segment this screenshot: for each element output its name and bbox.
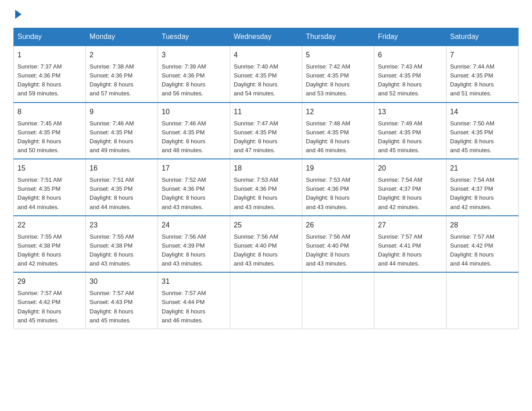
day-number: 5 xyxy=(306,50,370,60)
day-number: 3 xyxy=(162,50,226,60)
calendar-cell: 3Sunrise: 7:39 AMSunset: 4:36 PMDaylight… xyxy=(158,46,230,103)
calendar-cell: 27Sunrise: 7:57 AMSunset: 4:41 PMDayligh… xyxy=(374,216,446,273)
calendar-cell: 4Sunrise: 7:40 AMSunset: 4:35 PMDaylight… xyxy=(230,46,302,103)
day-info: Sunrise: 7:57 AMSunset: 4:42 PMDaylight:… xyxy=(17,289,82,325)
calendar-cell: 30Sunrise: 7:57 AMSunset: 4:43 PMDayligh… xyxy=(86,272,158,329)
calendar-week-3: 15Sunrise: 7:51 AMSunset: 4:35 PMDayligh… xyxy=(14,159,519,216)
day-info: Sunrise: 7:43 AMSunset: 4:35 PMDaylight:… xyxy=(378,62,442,98)
calendar-cell xyxy=(374,272,446,329)
calendar-week-4: 22Sunrise: 7:55 AMSunset: 4:38 PMDayligh… xyxy=(14,216,519,273)
calendar-cell: 24Sunrise: 7:56 AMSunset: 4:39 PMDayligh… xyxy=(158,216,230,273)
calendar-week-5: 29Sunrise: 7:57 AMSunset: 4:42 PMDayligh… xyxy=(14,272,519,329)
calendar-cell: 15Sunrise: 7:51 AMSunset: 4:35 PMDayligh… xyxy=(14,159,86,216)
calendar-cell xyxy=(230,272,302,329)
day-number: 13 xyxy=(378,107,442,117)
day-info: Sunrise: 7:57 AMSunset: 4:41 PMDaylight:… xyxy=(378,232,442,269)
day-number: 4 xyxy=(234,50,298,60)
calendar-cell: 19Sunrise: 7:53 AMSunset: 4:36 PMDayligh… xyxy=(302,159,374,216)
day-number: 8 xyxy=(17,107,82,117)
calendar-cell: 11Sunrise: 7:47 AMSunset: 4:35 PMDayligh… xyxy=(230,103,302,159)
calendar-cell: 26Sunrise: 7:56 AMSunset: 4:40 PMDayligh… xyxy=(302,216,374,273)
day-number: 29 xyxy=(17,276,82,287)
day-number: 20 xyxy=(378,163,442,174)
day-info: Sunrise: 7:56 AMSunset: 4:40 PMDaylight:… xyxy=(234,232,298,269)
day-info: Sunrise: 7:56 AMSunset: 4:39 PMDaylight:… xyxy=(162,232,226,269)
calendar-cell: 13Sunrise: 7:49 AMSunset: 4:35 PMDayligh… xyxy=(374,103,446,159)
day-number: 1 xyxy=(17,50,82,60)
day-info: Sunrise: 7:39 AMSunset: 4:36 PMDaylight:… xyxy=(162,62,226,98)
day-info: Sunrise: 7:51 AMSunset: 4:35 PMDaylight:… xyxy=(17,176,82,212)
day-info: Sunrise: 7:55 AMSunset: 4:38 PMDaylight:… xyxy=(17,232,82,269)
day-info: Sunrise: 7:44 AMSunset: 4:35 PMDaylight:… xyxy=(450,62,515,98)
day-number: 15 xyxy=(17,163,82,174)
day-info: Sunrise: 7:55 AMSunset: 4:38 PMDaylight:… xyxy=(90,232,154,269)
day-number: 30 xyxy=(90,276,154,287)
day-number: 19 xyxy=(306,163,370,174)
calendar-cell: 18Sunrise: 7:53 AMSunset: 4:36 PMDayligh… xyxy=(230,159,302,216)
calendar-cell: 1Sunrise: 7:37 AMSunset: 4:36 PMDaylight… xyxy=(14,46,86,103)
calendar-cell: 7Sunrise: 7:44 AMSunset: 4:35 PMDaylight… xyxy=(446,46,519,103)
calendar-header-row: SundayMondayTuesdayWednesdayThursdayFrid… xyxy=(14,28,519,46)
day-info: Sunrise: 7:46 AMSunset: 4:35 PMDaylight:… xyxy=(162,119,226,155)
day-info: Sunrise: 7:48 AMSunset: 4:35 PMDaylight:… xyxy=(306,119,370,155)
day-number: 16 xyxy=(90,163,154,174)
day-number: 10 xyxy=(162,107,226,117)
calendar-cell: 31Sunrise: 7:57 AMSunset: 4:44 PMDayligh… xyxy=(158,272,230,329)
day-number: 24 xyxy=(162,220,226,231)
column-header-saturday: Saturday xyxy=(446,28,519,46)
day-info: Sunrise: 7:54 AMSunset: 4:37 PMDaylight:… xyxy=(450,176,515,212)
day-info: Sunrise: 7:37 AMSunset: 4:36 PMDaylight:… xyxy=(17,62,82,98)
day-info: Sunrise: 7:52 AMSunset: 4:36 PMDaylight:… xyxy=(162,176,226,212)
day-info: Sunrise: 7:50 AMSunset: 4:35 PMDaylight:… xyxy=(450,119,515,155)
calendar-cell: 25Sunrise: 7:56 AMSunset: 4:40 PMDayligh… xyxy=(230,216,302,273)
day-info: Sunrise: 7:38 AMSunset: 4:36 PMDaylight:… xyxy=(90,62,154,98)
day-info: Sunrise: 7:53 AMSunset: 4:36 PMDaylight:… xyxy=(234,176,298,212)
calendar-cell: 28Sunrise: 7:57 AMSunset: 4:42 PMDayligh… xyxy=(446,216,519,273)
day-info: Sunrise: 7:54 AMSunset: 4:37 PMDaylight:… xyxy=(378,176,442,212)
day-number: 2 xyxy=(90,50,154,60)
calendar-cell: 6Sunrise: 7:43 AMSunset: 4:35 PMDaylight… xyxy=(374,46,446,103)
day-info: Sunrise: 7:56 AMSunset: 4:40 PMDaylight:… xyxy=(306,232,370,269)
calendar-cell: 29Sunrise: 7:57 AMSunset: 4:42 PMDayligh… xyxy=(14,272,86,329)
day-info: Sunrise: 7:42 AMSunset: 4:35 PMDaylight:… xyxy=(306,62,370,98)
column-header-sunday: Sunday xyxy=(14,28,86,46)
day-info: Sunrise: 7:46 AMSunset: 4:35 PMDaylight:… xyxy=(90,119,154,155)
day-number: 9 xyxy=(90,107,154,117)
day-number: 7 xyxy=(450,50,515,60)
day-number: 28 xyxy=(450,220,515,231)
calendar-cell: 20Sunrise: 7:54 AMSunset: 4:37 PMDayligh… xyxy=(374,159,446,216)
day-number: 14 xyxy=(450,107,515,117)
day-info: Sunrise: 7:57 AMSunset: 4:42 PMDaylight:… xyxy=(450,232,515,269)
day-number: 31 xyxy=(162,276,226,287)
calendar-cell: 9Sunrise: 7:46 AMSunset: 4:35 PMDaylight… xyxy=(86,103,158,159)
calendar-cell: 23Sunrise: 7:55 AMSunset: 4:38 PMDayligh… xyxy=(86,216,158,273)
day-number: 21 xyxy=(450,163,515,174)
calendar-cell: 12Sunrise: 7:48 AMSunset: 4:35 PMDayligh… xyxy=(302,103,374,159)
day-number: 25 xyxy=(234,220,298,231)
calendar-week-1: 1Sunrise: 7:37 AMSunset: 4:36 PMDaylight… xyxy=(14,46,519,103)
day-number: 11 xyxy=(234,107,298,117)
page-header xyxy=(13,9,519,19)
day-info: Sunrise: 7:57 AMSunset: 4:44 PMDaylight:… xyxy=(162,289,226,325)
day-number: 27 xyxy=(378,220,442,231)
calendar-cell xyxy=(446,272,519,329)
calendar-cell: 5Sunrise: 7:42 AMSunset: 4:35 PMDaylight… xyxy=(302,46,374,103)
day-info: Sunrise: 7:45 AMSunset: 4:35 PMDaylight:… xyxy=(17,119,82,155)
logo-arrow-icon xyxy=(15,10,21,19)
day-info: Sunrise: 7:53 AMSunset: 4:36 PMDaylight:… xyxy=(306,176,370,212)
calendar-cell: 8Sunrise: 7:45 AMSunset: 4:35 PMDaylight… xyxy=(14,103,86,159)
day-info: Sunrise: 7:57 AMSunset: 4:43 PMDaylight:… xyxy=(90,289,154,325)
calendar-cell: 10Sunrise: 7:46 AMSunset: 4:35 PMDayligh… xyxy=(158,103,230,159)
logo xyxy=(13,9,22,19)
day-number: 17 xyxy=(162,163,226,174)
calendar-cell: 17Sunrise: 7:52 AMSunset: 4:36 PMDayligh… xyxy=(158,159,230,216)
calendar-week-2: 8Sunrise: 7:45 AMSunset: 4:35 PMDaylight… xyxy=(14,103,519,159)
day-number: 22 xyxy=(17,220,82,231)
column-header-wednesday: Wednesday xyxy=(230,28,302,46)
day-info: Sunrise: 7:40 AMSunset: 4:35 PMDaylight:… xyxy=(234,62,298,98)
day-number: 6 xyxy=(378,50,442,60)
column-header-tuesday: Tuesday xyxy=(158,28,230,46)
calendar-cell: 14Sunrise: 7:50 AMSunset: 4:35 PMDayligh… xyxy=(446,103,519,159)
calendar-cell: 2Sunrise: 7:38 AMSunset: 4:36 PMDaylight… xyxy=(86,46,158,103)
column-header-friday: Friday xyxy=(374,28,446,46)
